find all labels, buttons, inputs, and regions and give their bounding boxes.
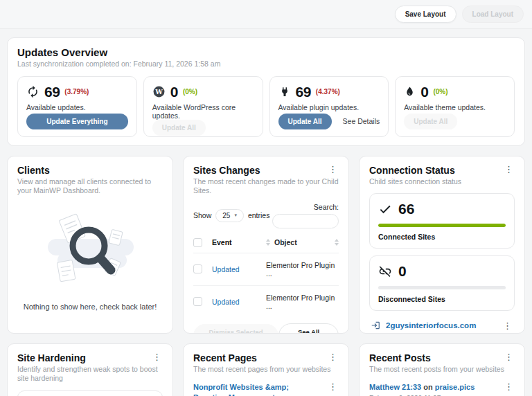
connected-sites-card: 66 Connected Sites: [369, 193, 515, 249]
page-title-link[interactable]: Nonprofit Websites &amp; Donation Manage…: [193, 383, 289, 396]
event-column-header: Event: [212, 238, 262, 246]
wp-core-updates-percent: (0%): [183, 88, 197, 96]
load-layout-button[interactable]: Load Layout: [462, 6, 524, 23]
clients-widget: Clients View and manage all clients conn…: [7, 156, 173, 334]
sort-event-icon[interactable]: [266, 239, 270, 246]
recent-pages-title: Recent Pages: [193, 352, 257, 363]
save-layout-button[interactable]: Save Layout: [395, 6, 456, 23]
event-link[interactable]: Updated: [212, 265, 262, 273]
recent-posts-widget: Recent Posts ⋮ The most recent posts fro…: [359, 343, 525, 396]
page-item-menu-icon[interactable]: ⋮: [327, 382, 339, 396]
updates-overview-title: Updates Overview: [17, 46, 515, 58]
recent-posts-title: Recent Posts: [369, 352, 431, 363]
login-icon[interactable]: [371, 321, 380, 330]
connected-sites-bar: [378, 224, 506, 227]
post-title-link[interactable]: Matthew 21:33: [369, 383, 421, 391]
child-site-link[interactable]: 2guysinteriorfocus.com: [386, 321, 476, 330]
theme-updates-percent: (0%): [433, 88, 447, 96]
update-all-themes-button[interactable]: Update All: [404, 114, 457, 129]
clients-subtitle: View and manage all clients connected to…: [17, 177, 163, 196]
on-text: on: [423, 383, 432, 391]
object-cell: Elementor Pro Plugin ...: [266, 294, 339, 310]
connection-status-title: Connection Status: [369, 165, 455, 176]
update-all-core-button[interactable]: Update All: [152, 120, 206, 136]
see-details-link[interactable]: See Details: [343, 117, 380, 125]
select-all-checkbox[interactable]: [193, 238, 202, 247]
check-icon: [378, 202, 392, 216]
wordpress-icon: W: [152, 85, 166, 98]
search-input[interactable]: [272, 214, 339, 228]
recent-pages-menu-icon[interactable]: ⋮: [327, 352, 339, 361]
sites-changes-table: Event Object Updated Elementor Pro Plugi…: [193, 234, 339, 318]
update-everything-button[interactable]: Update Everything: [26, 114, 128, 129]
entries-label: entries: [248, 211, 270, 219]
clients-title: Clients: [17, 165, 50, 176]
table-row: Updated Elementor Pro Plugin ...: [193, 253, 339, 286]
recent-posts-menu-icon[interactable]: ⋮: [503, 352, 515, 361]
site-hardening-widget: Site Hardening ⋮ Identify and strengthen…: [7, 343, 173, 396]
updates-overview-panel: Updates Overview Last synchronization co…: [7, 37, 525, 146]
connection-status-widget: Connection Status ⋮ Child sites connecti…: [359, 156, 525, 334]
svg-text:W: W: [154, 88, 163, 96]
wp-core-updates-desc: Available WordPress core updates.: [152, 103, 254, 120]
unlink-icon: [378, 264, 392, 278]
updates-card-wordpress: W 0 (0%) Available WordPress core update…: [143, 76, 263, 137]
connected-sites-label: Connected Sites: [378, 233, 506, 241]
site-hardening-subtitle: Identify and strengthen weak spots to bo…: [17, 365, 163, 384]
available-updates-percent: (3.79%): [64, 88, 89, 96]
disconnected-sites-card: 0 Disconnected Sites: [369, 255, 515, 311]
plugin-updates-desc: Available plugin updates.: [278, 103, 380, 111]
recent-posts-subtitle: The most recent posts from your websites: [369, 365, 515, 375]
entries-per-page-value: 25: [222, 212, 230, 219]
plugin-updates-percent: (4.37%): [316, 88, 340, 96]
clients-empty-message: Nothing to show here, check back later!: [24, 303, 157, 311]
theme-updates-count: 0: [420, 84, 428, 100]
updates-card-all: 69 (3.79%) Available updates. Update Eve…: [17, 76, 137, 137]
table-row: Updated Elementor Pro Plugin ...: [193, 286, 339, 318]
sites-changes-widget: Sites Changes ⋮ The most recent changes …: [183, 156, 349, 334]
sites-changes-title: Sites Changes: [193, 165, 260, 176]
on-text: on: [277, 393, 286, 396]
connection-status-subtitle: Child sites connection status: [369, 177, 515, 187]
wp-core-updates-count: 0: [170, 84, 178, 100]
dismiss-selected-changes-button[interactable]: Dismiss Selected Changes: [193, 324, 278, 334]
recent-pages-widget: Recent Pages ⋮ The most recent pages fro…: [183, 343, 349, 396]
last-sync-text: Last synchronization completed on: Febru…: [17, 60, 515, 69]
post-item-menu-icon[interactable]: ⋮: [503, 382, 515, 396]
drop-icon: [404, 86, 416, 98]
show-label: Show: [193, 211, 211, 219]
sync-icon: [26, 85, 39, 98]
available-updates-count: 69: [44, 84, 60, 100]
site-hardening-title: Site Hardening: [17, 352, 86, 363]
row-checkbox[interactable]: [193, 264, 202, 273]
see-all-changes-button[interactable]: See All Changes: [278, 323, 339, 334]
post-site-link[interactable]: praise.pics: [435, 383, 475, 391]
sort-object-icon[interactable]: [335, 239, 339, 246]
updates-card-plugins: 69 (4.37%) Available plugin updates. Upd…: [269, 76, 389, 137]
topbar: Save Layout Load Layout: [0, 0, 532, 29]
empty-search-illustration: [38, 210, 142, 294]
update-all-plugins-button[interactable]: Update All: [278, 114, 332, 129]
updates-cards: 69 (3.79%) Available updates. Update Eve…: [17, 76, 515, 137]
sites-changes-subtitle: The most recent changes made to your Chi…: [193, 177, 339, 196]
entries-per-page-select[interactable]: 25 ▾: [215, 209, 244, 222]
row-checkbox[interactable]: [193, 297, 202, 306]
list-item: Matthew 21:33 on praise.pics February 9,…: [369, 382, 515, 396]
site-hardening-menu-icon[interactable]: ⋮: [151, 352, 163, 361]
plugin-updates-count: 69: [296, 84, 311, 100]
connected-sites-count: 66: [398, 201, 414, 217]
event-link[interactable]: Updated: [212, 298, 262, 306]
object-column-header: Object: [274, 238, 330, 246]
disconnected-sites-label: Disconnected Sites: [378, 295, 506, 303]
recent-pages-subtitle: The most recent pages from your websites: [193, 365, 339, 375]
site-hardening-score-card: 85: [17, 390, 163, 396]
sites-changes-menu-icon[interactable]: ⋮: [327, 165, 339, 174]
connection-status-menu-icon[interactable]: ⋮: [503, 165, 515, 174]
object-cell: Elementor Pro Plugin ...: [266, 261, 339, 278]
plug-icon: [278, 86, 291, 98]
disconnected-sites-count: 0: [398, 263, 407, 280]
site-row-menu-icon[interactable]: ⋮: [502, 321, 513, 330]
chevron-down-icon: ▾: [234, 213, 237, 218]
updates-card-themes: 0 (0%) Available theme updates. Update A…: [395, 76, 515, 137]
available-updates-desc: Available updates.: [26, 103, 128, 111]
